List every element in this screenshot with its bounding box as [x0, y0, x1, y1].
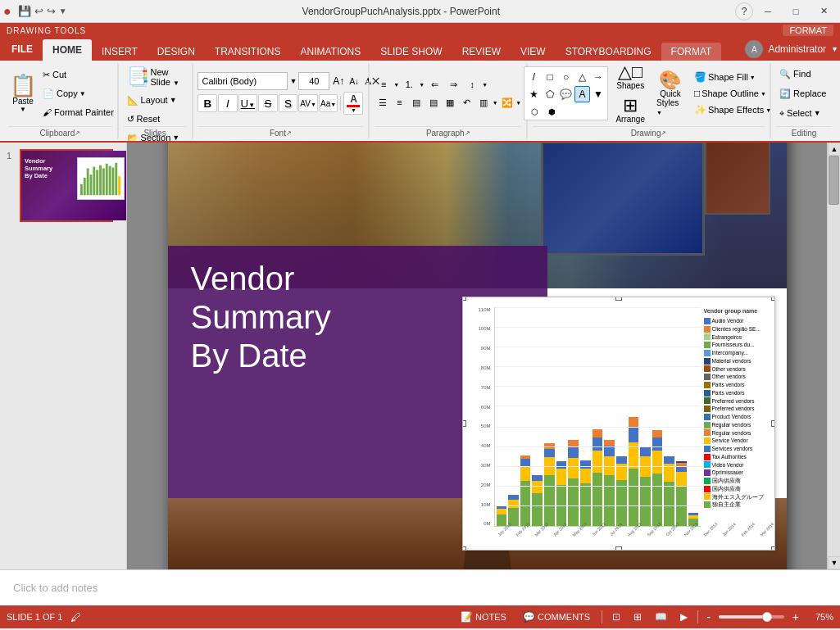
smartart-dropdown[interactable]: ▼: [515, 100, 521, 106]
reset-button[interactable]: ↺ Reset: [124, 110, 187, 128]
zoom-slider[interactable]: [719, 615, 784, 619]
paste-button[interactable]: 📋 Paste ▼: [8, 64, 38, 123]
shape-arrow[interactable]: →: [591, 69, 606, 85]
shape-star[interactable]: ★: [526, 86, 542, 102]
line-spacing-dropdown[interactable]: ▼: [482, 82, 488, 88]
tab-slideshow[interactable]: SLIDE SHOW: [370, 43, 452, 61]
shape-textbox[interactable]: A: [574, 86, 590, 102]
shape-arrange-2[interactable]: ⬢: [543, 103, 560, 120]
shape-oval[interactable]: ○: [558, 69, 574, 85]
shape-more[interactable]: ▼: [591, 86, 606, 102]
user-dropdown-icon[interactable]: ▼: [831, 45, 838, 53]
tab-file[interactable]: FILE: [2, 38, 43, 61]
font-case-button[interactable]: Aa▼: [319, 94, 338, 112]
scroll-up-button[interactable]: ▲: [828, 143, 840, 156]
tab-transitions[interactable]: TRANSITIONS: [205, 43, 291, 61]
minimize-button[interactable]: ─: [755, 2, 781, 20]
replace-button[interactable]: 🔄 Replace: [776, 84, 832, 102]
bullets-dropdown[interactable]: ▼: [393, 82, 399, 88]
font-spacing-button[interactable]: AV▼: [298, 94, 318, 112]
align-left-button[interactable]: ☰: [375, 94, 391, 111]
shape-callout[interactable]: 💬: [558, 86, 574, 102]
customize-icon[interactable]: ▼: [59, 7, 67, 16]
tab-home[interactable]: HOME: [43, 39, 92, 61]
font-name-input[interactable]: [198, 72, 288, 90]
bold-button[interactable]: B: [198, 94, 217, 112]
tab-view[interactable]: VIEW: [511, 43, 556, 61]
shape-line[interactable]: /: [526, 69, 542, 85]
shapes-button[interactable]: △□ Shapes: [612, 61, 648, 93]
tab-format[interactable]: FORMAT: [661, 43, 722, 61]
line-spacing-button[interactable]: ↕: [463, 76, 481, 93]
shape-fill-button[interactable]: 🪣 Shape Fill ▼: [692, 70, 774, 84]
font-color-button[interactable]: A ▼: [343, 92, 363, 115]
view-normal-button[interactable]: ⊡: [609, 610, 624, 624]
shadow-button[interactable]: S: [279, 94, 298, 112]
shape-outline-button[interactable]: □ Shape Outline ▼: [692, 86, 774, 101]
underline-button[interactable]: U▼: [238, 94, 258, 112]
numbering-button[interactable]: 1.: [400, 76, 418, 93]
quick-styles-button[interactable]: 🎨 Quick Styles ▼: [652, 69, 688, 119]
view-reading-button[interactable]: 📖: [652, 610, 670, 624]
arrange-button[interactable]: ⊞ Arrange: [611, 94, 649, 126]
status-icon-1[interactable]: 🖊: [70, 611, 81, 623]
text-direction-button[interactable]: ↶: [459, 94, 475, 111]
drawing-label[interactable]: Drawing ↗: [533, 126, 765, 138]
format-painter-button[interactable]: 🖌 Format Painter: [39, 103, 117, 121]
numbering-dropdown[interactable]: ▼: [419, 82, 425, 88]
shape-arrange-1[interactable]: ⬡: [526, 103, 543, 120]
notes-button[interactable]: 📝 NOTES: [456, 610, 511, 624]
save-icon[interactable]: 💾: [18, 5, 31, 17]
help-icon[interactable]: ?: [735, 2, 753, 20]
restore-button[interactable]: □: [783, 2, 809, 20]
user-name[interactable]: Administrator: [768, 43, 826, 55]
layout-button[interactable]: 📐 Layout ▼: [124, 91, 187, 109]
notes-area[interactable]: Click to add notes: [0, 569, 840, 605]
slide-chart[interactable]: 110M 100M 90M 80M 70M 60M 50M 40M 30M 20…: [462, 297, 775, 551]
paragraph-label[interactable]: Paragraph ↗: [375, 126, 521, 138]
align-right-button[interactable]: ▤: [408, 94, 425, 111]
copy-button[interactable]: 📄 Copy ▼: [39, 84, 117, 102]
scroll-down-button[interactable]: ▼: [828, 556, 840, 569]
zoom-out-button[interactable]: -: [705, 610, 712, 623]
shape-triangle[interactable]: △: [574, 69, 590, 85]
font-size-down-icon[interactable]: A↓: [347, 76, 361, 87]
decrease-indent-button[interactable]: ⇐: [425, 76, 443, 93]
tab-storyboarding[interactable]: STORYBOARDING: [556, 43, 661, 61]
align-center-button[interactable]: ≡: [392, 94, 408, 111]
increase-indent-button[interactable]: ⇒: [444, 76, 462, 93]
tab-design[interactable]: DESIGN: [148, 43, 205, 61]
format-tab-label[interactable]: FORMAT: [783, 25, 833, 36]
tab-insert[interactable]: INSERT: [92, 43, 148, 61]
bullets-button[interactable]: ≡: [375, 76, 393, 93]
select-button[interactable]: ⌖ Select ▼: [776, 104, 832, 122]
strikethrough-button[interactable]: S: [258, 94, 278, 112]
clipboard-label[interactable]: Clipboard ↗: [8, 126, 112, 138]
shape-effects-button[interactable]: ✨ Shape Effects ▼: [692, 102, 774, 117]
font-label[interactable]: Font ↗: [198, 126, 363, 138]
font-size-up-icon[interactable]: A↑: [331, 75, 346, 88]
zoom-level[interactable]: 75%: [807, 612, 833, 622]
scroll-thumb[interactable]: [829, 156, 839, 205]
slides-label[interactable]: Slides: [124, 126, 187, 138]
columns-button[interactable]: ▦: [442, 94, 458, 111]
zoom-in-button[interactable]: +: [791, 610, 801, 623]
smartart-button[interactable]: 🔀: [499, 94, 515, 111]
font-size-input[interactable]: [298, 72, 329, 90]
comments-button[interactable]: 💬 COMMENTS: [518, 610, 595, 624]
cut-button[interactable]: ✂ Cut: [39, 66, 117, 84]
redo-icon[interactable]: ↪: [47, 5, 56, 17]
view-slide-sorter-button[interactable]: ⊞: [630, 610, 645, 624]
shape-pentagon[interactable]: ⬠: [543, 86, 558, 102]
shape-rect[interactable]: □: [543, 69, 558, 85]
zoom-slider-thumb[interactable]: [762, 612, 772, 622]
find-button[interactable]: 🔍 Find: [776, 65, 832, 83]
slide-thumbnail[interactable]: VendorSummaryBy Date: [20, 149, 113, 222]
new-slide-button[interactable]: 📑 New Slide ▼: [124, 64, 187, 90]
undo-icon[interactable]: ↩: [34, 5, 43, 17]
italic-button[interactable]: I: [218, 94, 238, 112]
tab-review[interactable]: REVIEW: [452, 43, 511, 61]
tab-animations[interactable]: ANIMATIONS: [290, 43, 370, 61]
align-text-button[interactable]: ▥: [475, 94, 492, 111]
close-button[interactable]: ✕: [810, 2, 837, 20]
